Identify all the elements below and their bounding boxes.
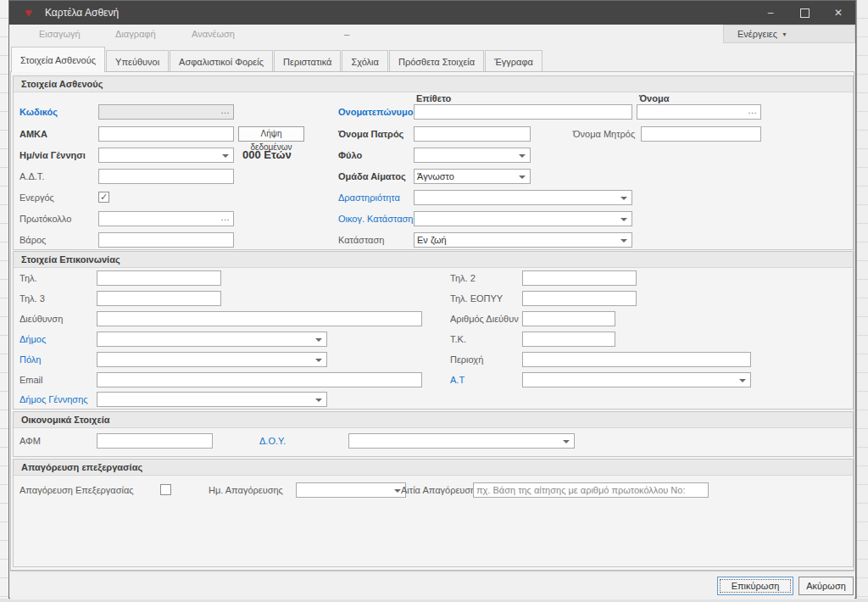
blood-type-combo[interactable]: Άγνωστο: [414, 169, 531, 184]
heart-icon: ♥: [25, 5, 32, 20]
tel-eopyy-label: Τηλ. ΕΟΠΥΥ: [450, 291, 503, 306]
tel2-label: Τηλ. 2: [450, 270, 476, 286]
active-checkbox[interactable]: ✓: [98, 192, 109, 203]
doy-combo[interactable]: [348, 433, 575, 449]
chevron-down-icon: [315, 338, 322, 342]
area-input[interactable]: [522, 352, 751, 367]
maximize-icon: [800, 8, 810, 18]
actions-label: Ενέργειες: [737, 29, 777, 39]
background-window-right: [856, 0, 868, 602]
afm-label: ΑΦΜ: [19, 433, 41, 449]
maximize-button[interactable]: [787, 1, 821, 25]
mother-name-label: Όνομα Μητρός: [573, 126, 635, 142]
forbid-reason-label: Αιτία Απαγόρευσης: [401, 482, 481, 498]
forbid-reason-input[interactable]: [473, 482, 709, 498]
birthdate-combo[interactable]: [98, 148, 234, 163]
protocol-field[interactable]: …: [98, 211, 234, 226]
close-button[interactable]: ✕: [821, 1, 855, 25]
father-name-label: Όνομα Πατρός: [338, 126, 403, 142]
police-station-combo[interactable]: [522, 372, 751, 387]
titlebar[interactable]: ♥ Καρτέλα Ασθενή – ✕: [9, 1, 855, 25]
chevron-down-icon: [222, 154, 229, 158]
life-status-combo[interactable]: Εν ζωή: [414, 232, 632, 248]
birth-municipality-combo[interactable]: [97, 392, 327, 407]
chevron-down-icon: [620, 197, 627, 200]
tab-extra-details[interactable]: Πρόσθετα Στοιχεία: [389, 50, 484, 72]
minimize-button[interactable]: –: [754, 1, 787, 25]
activity-combo[interactable]: [414, 190, 632, 205]
weight-input[interactable]: [98, 232, 234, 248]
close-icon: ✕: [834, 7, 843, 19]
tab-responsibles[interactable]: Υπεύθυνοι: [106, 50, 169, 72]
kodikos-field[interactable]: …: [98, 104, 234, 120]
window-title: Καρτέλα Ασθενή: [45, 1, 119, 25]
forbid-processing-checkbox[interactable]: [160, 484, 171, 495]
city-label: Πόλη: [19, 352, 41, 367]
tel3-label: Τηλ. 3: [19, 291, 45, 306]
tabstrip: Στοιχεία Ασθενούς Υπεύθυνοι Ασφαλιστικοί…: [11, 46, 855, 72]
ellipsis-icon[interactable]: …: [220, 212, 231, 223]
doy-label: Δ.Ο.Υ.: [259, 433, 286, 449]
fetch-data-button[interactable]: Λήψη δεδομένων: [238, 126, 304, 142]
birthdate-label: Ημ/νία Γέννησι: [19, 148, 86, 163]
forbid-date-combo[interactable]: [296, 482, 406, 498]
gender-combo[interactable]: [414, 148, 531, 163]
afm-input[interactable]: [97, 433, 213, 449]
city-combo[interactable]: [97, 352, 327, 367]
toolbar-delete-button[interactable]: Διαγραφή: [115, 25, 156, 43]
chevron-down-icon: [315, 399, 322, 402]
tel3-input[interactable]: [97, 291, 221, 306]
tel2-input[interactable]: [522, 270, 637, 286]
minimize-icon: –: [768, 7, 774, 19]
mother-name-input[interactable]: [641, 126, 761, 142]
name-field[interactable]: …: [637, 104, 761, 120]
toolbar-insert-button[interactable]: Εισαγωγή: [39, 25, 81, 43]
gender-label: Φύλο: [338, 148, 362, 163]
tab-incidents[interactable]: Περιστατικά: [274, 50, 341, 72]
kodikos-label: Κωδικός: [19, 104, 58, 120]
address-number-label: Αριθμός Διεύθυν: [450, 311, 519, 326]
tab-patient-details[interactable]: Στοιχεία Ασθενούς: [11, 47, 105, 72]
marital-status-combo[interactable]: [414, 211, 632, 226]
forbid-date-label: Ημ. Απαγόρευσης: [209, 482, 283, 498]
forbid-processing-label: Απαγόρευση Επεξεργασίας: [19, 482, 134, 498]
confirm-button[interactable]: Επικύρωση: [717, 577, 793, 595]
email-input[interactable]: [97, 372, 422, 387]
adt-label: Α.Δ.Τ.: [19, 169, 44, 184]
tab-documents[interactable]: Έγγραφα: [485, 50, 542, 72]
municipality-combo[interactable]: [97, 332, 327, 347]
section-financial-title: Οικονομικά Στοιχεία: [14, 412, 853, 428]
email-label: Email: [19, 372, 43, 387]
chevron-down-icon: [739, 379, 746, 382]
adt-input[interactable]: [98, 169, 234, 184]
section-contact-title: Στοιχεία Επικοινωνίας: [14, 252, 853, 268]
age-text: 000 Ετών: [242, 148, 292, 163]
cancel-button[interactable]: Ακύρωση: [798, 577, 854, 595]
life-status-label: Κατάσταση: [338, 232, 384, 248]
address-number-input[interactable]: [522, 311, 615, 326]
police-station-label: Α.Τ: [450, 372, 465, 387]
amka-label: ΑΜΚΑ: [19, 126, 47, 142]
father-name-input[interactable]: [414, 126, 531, 142]
postal-code-input[interactable]: [522, 332, 615, 347]
chevron-down-icon: [563, 440, 570, 443]
blood-type-label: Ομάδα Αίματος: [338, 169, 406, 184]
tab-comments[interactable]: Σχόλια: [342, 50, 388, 72]
fullname-label: Ονοματεπώνυμο: [338, 104, 413, 120]
tel-label: Τηλ.: [19, 270, 37, 286]
surname-input[interactable]: [414, 104, 632, 120]
ellipsis-icon[interactable]: …: [748, 105, 758, 116]
chevron-down-icon: [394, 489, 401, 493]
tab-insurance-carriers[interactable]: Ασφαλιστικοί Φορείς: [170, 50, 273, 72]
tel-eopyy-input[interactable]: [522, 291, 637, 306]
address-input[interactable]: [97, 311, 422, 326]
tel-input[interactable]: [97, 270, 221, 286]
section-restriction: Απαγόρευση επεξεργασίας: [13, 459, 854, 567]
protocol-label: Πρωτόκολλο: [19, 211, 71, 226]
check-icon: ✓: [100, 192, 108, 202]
actions-dropdown-button[interactable]: Ενέργειες▼: [723, 25, 855, 43]
ellipsis-icon[interactable]: …: [220, 105, 231, 116]
toolbar-refresh-button[interactable]: Ανανέωση: [192, 25, 235, 43]
section-restriction-title: Απαγόρευση επεξεργασίας: [14, 460, 853, 476]
amka-input[interactable]: [98, 126, 234, 142]
